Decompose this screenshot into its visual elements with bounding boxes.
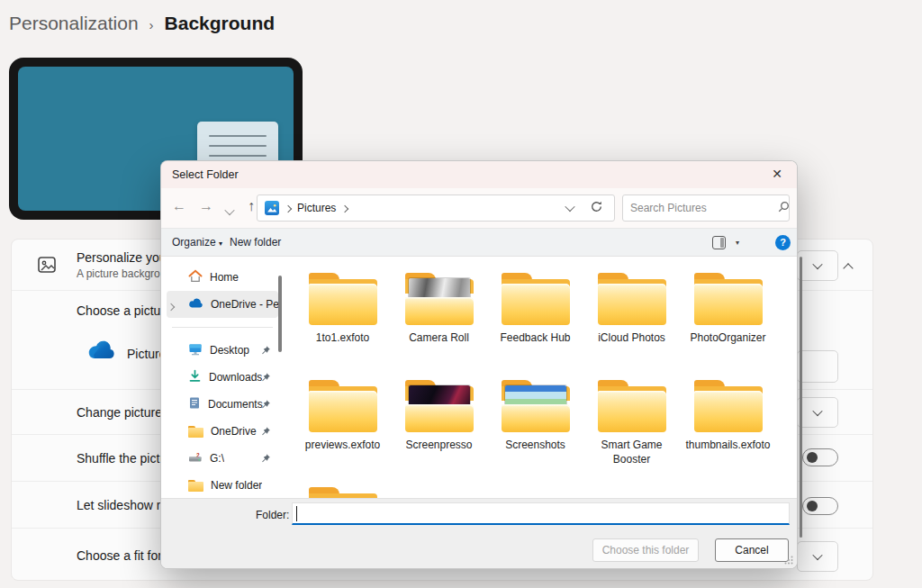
settings-window: Personalization › Background Personalize… bbox=[0, 0, 922, 588]
picture-frame-icon bbox=[37, 255, 57, 278]
sidebar-item-documents[interactable]: Documents bbox=[167, 391, 278, 418]
toggle-knob bbox=[807, 452, 818, 463]
desktop-icon bbox=[188, 343, 203, 358]
file-item-partially-visible[interactable] bbox=[294, 480, 391, 498]
pin-icon bbox=[260, 399, 271, 412]
sidebar-item-g-drive[interactable]: 2 G:\ bbox=[167, 445, 278, 472]
onedrive-icon bbox=[188, 298, 203, 311]
dialog-nav-row: ← → ↑ Pictures bbox=[161, 188, 797, 228]
breadcrumb-chevron-icon[interactable] bbox=[342, 202, 348, 214]
folder-icon bbox=[309, 380, 377, 432]
sidebar-item-onedrive-personal[interactable]: OneDrive - Personal bbox=[167, 291, 278, 318]
sidebar-scrollbar[interactable] bbox=[278, 276, 282, 352]
address-dropdown-button[interactable] bbox=[566, 202, 574, 214]
address-bar[interactable]: Pictures bbox=[257, 194, 615, 222]
settings-page-scrollbar[interactable] bbox=[800, 257, 802, 538]
view-options-icon[interactable] bbox=[712, 236, 726, 249]
dialog-sidebar: Home OneDrive - Personal Desktop Downloa… bbox=[161, 257, 284, 498]
toggle-knob bbox=[807, 501, 818, 511]
file-item[interactable]: Smart Game Booster bbox=[583, 373, 680, 480]
pin-icon bbox=[260, 453, 271, 466]
dialog-body: Home OneDrive - Personal Desktop Downloa… bbox=[161, 257, 797, 498]
row-title: Choose a picture bbox=[77, 303, 172, 318]
folder-icon bbox=[309, 273, 377, 325]
file-item[interactable]: 1to1.exfoto bbox=[294, 266, 391, 373]
shuffle-toggle[interactable] bbox=[802, 448, 838, 466]
dialog-footer: Folder: Choose this folder Cancel bbox=[161, 498, 797, 569]
file-item[interactable]: Camera Roll bbox=[391, 266, 487, 373]
file-item[interactable]: iCloud Photos bbox=[583, 266, 680, 373]
battery-slideshow-toggle[interactable] bbox=[802, 497, 838, 515]
chevron-down-icon bbox=[812, 550, 822, 560]
file-item[interactable]: PhotoOrganizer bbox=[680, 266, 776, 373]
sidebar-item-downloads[interactable]: Downloads bbox=[167, 364, 278, 391]
doc-line bbox=[209, 155, 267, 157]
breadcrumb: Personalization › Background bbox=[9, 13, 275, 34]
dialog-title: Select Folder bbox=[172, 168, 239, 181]
folder-icon bbox=[188, 480, 203, 492]
sidebar-item-desktop[interactable]: Desktop bbox=[167, 337, 278, 364]
folder-icon bbox=[694, 273, 763, 325]
pin-icon bbox=[260, 426, 271, 439]
folder-icon bbox=[694, 380, 763, 432]
search-box bbox=[622, 194, 790, 222]
folder-icon-with-window-thumbnail bbox=[502, 380, 570, 432]
documents-icon bbox=[188, 396, 201, 412]
background-type-dropdown[interactable] bbox=[797, 250, 838, 281]
onedrive-icon bbox=[87, 340, 116, 363]
files-grid: 1to1.exfoto Camera Roll Feedback Hub iCl… bbox=[294, 266, 788, 498]
folder-icon bbox=[598, 273, 666, 325]
file-item[interactable]: previews.exfoto bbox=[294, 373, 391, 480]
collapse-row-button[interactable] bbox=[845, 259, 852, 276]
browse-photos-button[interactable] bbox=[797, 350, 838, 383]
address-crumb-pictures[interactable]: Pictures bbox=[297, 202, 336, 214]
up-button[interactable]: ↑ bbox=[248, 198, 255, 214]
pictures-location-icon bbox=[265, 201, 279, 215]
change-picture-dropdown[interactable] bbox=[797, 397, 838, 428]
sidebar-separator bbox=[172, 327, 273, 328]
resize-grip[interactable] bbox=[784, 555, 793, 567]
recent-locations-button[interactable] bbox=[226, 205, 233, 218]
doc-line bbox=[209, 145, 267, 147]
cancel-button[interactable]: Cancel bbox=[715, 538, 789, 562]
page-title: Background bbox=[165, 13, 276, 34]
expander-chevron-icon[interactable] bbox=[168, 300, 174, 312]
search-icon[interactable] bbox=[777, 201, 790, 216]
breadcrumb-parent[interactable]: Personalization bbox=[9, 13, 139, 34]
folder-icon bbox=[502, 273, 570, 325]
folder-name-input[interactable] bbox=[292, 502, 790, 525]
view-options-caret-icon[interactable]: ▾ bbox=[736, 239, 739, 247]
folder-icon-with-game-thumbnail bbox=[405, 380, 474, 432]
chevron-down-icon bbox=[812, 259, 822, 269]
home-icon bbox=[188, 269, 203, 285]
choose-fit-dropdown[interactable] bbox=[797, 541, 838, 572]
close-icon[interactable]: ✕ bbox=[768, 167, 786, 181]
pin-icon bbox=[260, 372, 271, 385]
doc-line bbox=[209, 135, 267, 137]
search-input[interactable] bbox=[623, 202, 777, 214]
folder-field-label: Folder: bbox=[256, 509, 289, 521]
new-folder-button[interactable]: New folder bbox=[230, 236, 281, 249]
organize-menu-button[interactable]: Organize ▾ bbox=[172, 236, 222, 249]
dialog-toolbar: Organize ▾ New folder ▾ ? bbox=[161, 228, 797, 257]
file-item[interactable]: Screenshots bbox=[487, 373, 583, 480]
breadcrumb-separator-icon: › bbox=[149, 15, 154, 32]
choose-this-folder-button[interactable]: Choose this folder bbox=[592, 538, 699, 562]
folder-icon-with-photo-thumbnail bbox=[405, 273, 474, 325]
caret-down-icon: ▾ bbox=[219, 240, 222, 248]
help-icon[interactable]: ? bbox=[775, 235, 791, 250]
file-item[interactable]: Screenpresso bbox=[391, 373, 487, 480]
sidebar-item-onedrive-folder[interactable]: OneDrive bbox=[167, 418, 278, 445]
back-button[interactable]: ← bbox=[172, 198, 186, 214]
dialog-titlebar[interactable]: Select Folder ✕ bbox=[161, 161, 797, 188]
chevron-up-icon bbox=[843, 263, 853, 273]
file-item[interactable]: thumbnails.exfoto bbox=[680, 373, 776, 480]
sidebar-item-home[interactable]: Home bbox=[167, 264, 278, 291]
sidebar-item-new-folder[interactable]: New folder bbox=[167, 472, 278, 498]
forward-button[interactable]: → bbox=[199, 198, 213, 214]
file-item[interactable]: Feedback Hub bbox=[487, 266, 583, 373]
drive-icon: 2 bbox=[188, 451, 203, 466]
chevron-down-icon bbox=[224, 205, 234, 215]
refresh-icon[interactable] bbox=[590, 200, 603, 216]
text-caret bbox=[296, 506, 297, 521]
